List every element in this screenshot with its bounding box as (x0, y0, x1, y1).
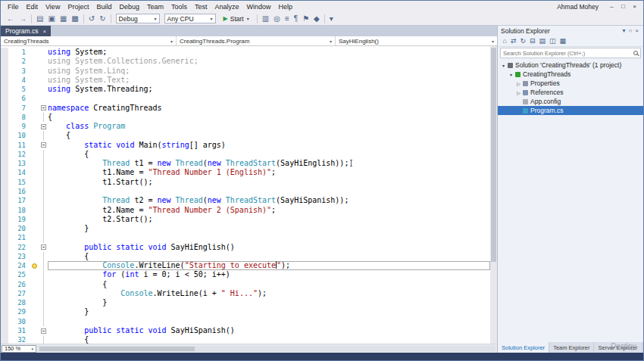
uncomment-icon[interactable]: ¶ (292, 15, 300, 23)
new-file-icon[interactable]: ▤ (34, 15, 45, 23)
properties-toolbar-icon[interactable]: ▦ (558, 38, 568, 45)
code-line-17[interactable]: 17 Thread t2 = new Thread(new ThreadStar… (1, 196, 490, 205)
tree-item-program-cs[interactable]: Program.cs (498, 106, 643, 115)
chevron-expanded-icon[interactable]: ▾ (500, 63, 507, 68)
menu-project[interactable]: Project (64, 3, 92, 11)
search-box[interactable] (500, 48, 641, 58)
code-line-2[interactable]: 2using System.Collections.Generic; (1, 57, 490, 66)
code-line-13[interactable]: 13 Thread t1 = new Thread(new ThreadStar… (1, 159, 490, 168)
code-line-19[interactable]: 19 t2.Start(); (1, 215, 490, 224)
home-icon[interactable]: ⌂ (501, 38, 508, 45)
build-icon[interactable]: ▥ (260, 15, 271, 23)
signed-in-user[interactable]: Ahmad Mohey (557, 3, 599, 11)
minimize-button[interactable]: – (606, 4, 617, 10)
menu-edit[interactable]: Edit (23, 3, 42, 11)
code-line-9[interactable]: 9 class Program (1, 122, 490, 131)
preview-selected-items-icon[interactable]: ◫ (548, 38, 558, 45)
collapse-icon[interactable] (41, 142, 46, 148)
menu-test[interactable]: Test (191, 3, 211, 11)
menu-help[interactable]: Help (275, 3, 297, 11)
code-line-7[interactable]: 7namespace CreatingThreads (1, 104, 490, 113)
code-line-28[interactable]: 28 } (1, 298, 490, 307)
redo-icon[interactable]: ↻ (97, 15, 108, 23)
pin-icon[interactable]: ○ (627, 28, 633, 34)
menu-build[interactable]: Build (92, 3, 115, 11)
close-button[interactable]: × (629, 4, 640, 10)
show-all-files-icon[interactable]: ▤ (537, 38, 548, 45)
collapse-icon[interactable] (41, 328, 46, 334)
find-icon[interactable]: ◎ (271, 15, 283, 23)
code-line-20[interactable]: 20 } (1, 224, 490, 233)
code-line-29[interactable]: 29 } (1, 307, 490, 316)
tree-item-app-config[interactable]: App.config (498, 97, 643, 106)
refresh-icon[interactable]: ↻ (518, 38, 528, 45)
code-line-6[interactable]: 6 (1, 94, 490, 103)
collapse-icon[interactable] (41, 105, 46, 110)
toolbar-overflow-icon[interactable]: ▾ (327, 15, 336, 23)
next-bookmark-icon[interactable]: ◆ (311, 15, 322, 23)
tab-program-cs[interactable]: Program.cs × (1, 26, 51, 36)
breadcrumb-segment-1[interactable]: CreatingThreads.Program▾ (177, 36, 336, 45)
navigate-forward-icon[interactable]: → (17, 15, 29, 23)
chevron-collapsed-icon[interactable]: ▷ (515, 81, 522, 86)
scrollbar-thumb[interactable] (491, 48, 496, 262)
code-line-23[interactable]: 23 { (1, 252, 490, 261)
window-position-icon[interactable]: ▾ (621, 28, 627, 34)
menu-analyze[interactable]: Analyze (211, 3, 243, 11)
code-line-31[interactable]: 31 public static void SayHiSpanish() (1, 326, 490, 335)
panel-tab-solution-explorer[interactable]: Solution Explorer (498, 342, 549, 353)
scrollbar-thumb[interactable] (39, 347, 195, 351)
menu-window[interactable]: Window (243, 3, 275, 11)
code-line-26[interactable]: 26 { (1, 280, 490, 289)
code-line-3[interactable]: 3using System.Linq; (1, 67, 490, 76)
code-line-10[interactable]: 10 { (1, 131, 490, 140)
sync-with-active-document-icon[interactable]: ⇄ (508, 38, 518, 45)
code-line-30[interactable]: 30 (1, 317, 490, 326)
lightbulb-icon[interactable] (32, 263, 37, 269)
code-line-25[interactable]: 25 for (int i = 0; i < 50; i++) (1, 270, 490, 279)
undo-icon[interactable]: ↺ (86, 15, 97, 23)
open-file-icon[interactable]: ▣ (45, 15, 57, 23)
navigate-back-icon[interactable]: ← (5, 15, 17, 23)
code-line-8[interactable]: 8{ (1, 113, 490, 122)
save-icon[interactable]: ▦ (58, 15, 69, 23)
bookmark-icon[interactable]: ⚑ (300, 15, 311, 23)
save-all-icon[interactable]: ▩ (69, 15, 80, 23)
code-line-16[interactable]: 16 (1, 187, 490, 196)
editor-vertical-scrollbar[interactable] (490, 46, 497, 344)
zoom-dropdown[interactable]: 150 % ▾ (2, 345, 36, 353)
menu-team[interactable]: Team (143, 3, 167, 11)
collapse-all-icon[interactable]: ⊟ (528, 38, 538, 45)
comment-icon[interactable]: ≡ (283, 15, 292, 23)
start-debugging-button[interactable]: ▶ Start ▾ (220, 13, 253, 24)
editor-horizontal-scrollbar[interactable] (38, 346, 496, 352)
code-line-32[interactable]: 32 { (1, 335, 490, 344)
solution-configurations-dropdown[interactable]: Debug ▾ (116, 14, 160, 23)
code-line-12[interactable]: 12 { (1, 150, 490, 159)
collapse-icon[interactable] (41, 244, 46, 250)
collapse-icon[interactable] (41, 124, 46, 129)
maximize-button[interactable]: □ (617, 4, 629, 10)
code-editor[interactable]: 1using System;2using System.Collections.… (1, 46, 497, 344)
tree-item-properties[interactable]: ▷Properties (498, 79, 643, 88)
code-line-15[interactable]: 15 t1.Start(); (1, 178, 490, 187)
code-line-14[interactable]: 14 t1.Name = "Thread Number 1 (English)"… (1, 168, 490, 177)
chevron-expanded-icon[interactable]: ▾ (508, 72, 514, 77)
menu-debug[interactable]: Debug (115, 3, 143, 11)
solution-platforms-dropdown[interactable]: Any CPU ▾ (164, 14, 216, 23)
breadcrumb-segment-0[interactable]: CreatingThreads▾ (1, 36, 177, 45)
code-line-18[interactable]: 18 t2.Name = "Thread Number 2 (Spanish)"… (1, 206, 490, 215)
code-line-4[interactable]: 4using System.Text; (1, 76, 490, 85)
code-line-1[interactable]: 1using System; (1, 48, 490, 57)
tree-item-references[interactable]: ▷References (498, 88, 643, 97)
menu-view[interactable]: View (42, 3, 64, 11)
menu-file[interactable]: File (4, 3, 23, 11)
code-line-22[interactable]: 22 public static void SayHiEnglish() (1, 243, 490, 252)
panel-tab-team-explorer[interactable]: Team Explorer (549, 342, 594, 353)
code-line-27[interactable]: 27 Console.WriteLine(i + " Hi..."); (1, 289, 490, 298)
close-icon[interactable]: × (633, 28, 640, 34)
menu-tools[interactable]: Tools (167, 3, 191, 11)
tree-item-creatingthreads[interactable]: ▾CreatingThreads (498, 70, 643, 79)
solution-search-input[interactable] (503, 50, 631, 57)
tree-item-solution-creatingthreads-1-project[interactable]: ▾Solution 'CreatingThreads' (1 project) (498, 61, 643, 70)
